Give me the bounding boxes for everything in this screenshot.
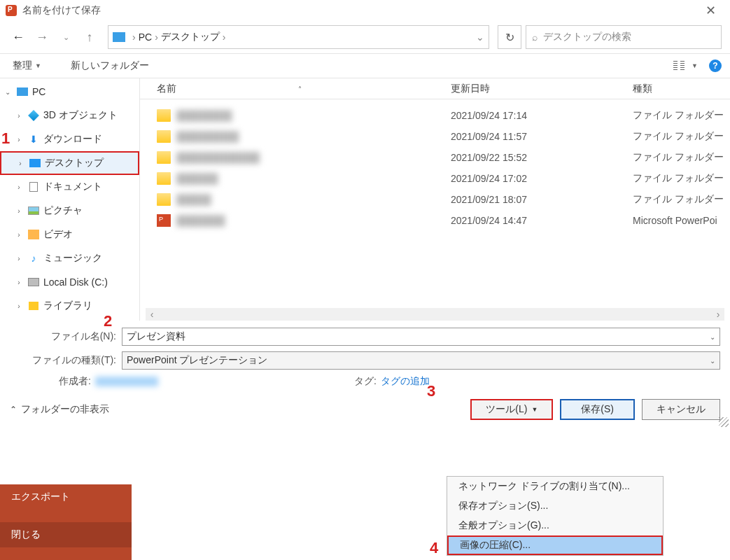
expand-icon[interactable]: › (14, 231, 24, 239)
add-tags-link[interactable]: タグの追加 (381, 375, 430, 388)
tree-item-libraries[interactable]: › ライブラリ (0, 294, 139, 318)
video-icon (28, 230, 39, 239)
cancel-button[interactable]: キャンセル (642, 399, 720, 420)
up-button[interactable]: ↑ (80, 27, 99, 47)
caret-up-icon: ⌃ (10, 405, 17, 414)
column-date[interactable]: 更新日時 (451, 83, 633, 95)
expand-icon[interactable]: › (14, 207, 24, 215)
folder-icon (157, 193, 171, 206)
recent-button[interactable]: ⌄ (56, 27, 76, 47)
tree-item-localdisk[interactable]: › Local Disk (C:) (0, 270, 139, 294)
backstage-panel: エクスポート 閉じる (0, 484, 132, 560)
tree-item-music[interactable]: › ♪ ミュージック (0, 246, 139, 270)
menu-map-network-drive[interactable]: ネットワーク ドライブの割り当て(N)... (447, 477, 663, 496)
hide-folders-button[interactable]: ⌃ フォルダーの非表示 (10, 403, 463, 416)
expand-icon[interactable]: › (14, 279, 24, 286)
chevron-right-icon: › (223, 31, 226, 43)
search-icon: ⌕ (532, 31, 538, 43)
expand-icon[interactable]: › (14, 112, 24, 120)
annotation-3: 3 (427, 382, 435, 400)
author-value (95, 377, 158, 386)
tree-item-pc[interactable]: ⌄ PC (0, 80, 139, 104)
pc-icon (17, 88, 28, 96)
download-icon: ⬇ (29, 134, 38, 145)
collapse-icon[interactable]: ⌄ (3, 88, 13, 96)
help-button[interactable]: ? (709, 59, 722, 72)
tree-item-pictures[interactable]: › ピクチャ (0, 199, 139, 223)
breadcrumb-pc[interactable]: PC (139, 31, 152, 43)
backstage-export[interactable]: エクスポート (0, 484, 132, 510)
menu-compress-pictures[interactable]: 画像の圧縮(C)... (447, 536, 663, 555)
tree-item-3d[interactable]: › 3D オブジェクト (0, 104, 139, 127)
powerpoint-file-icon (157, 214, 171, 227)
file-name: ██████ (176, 173, 451, 184)
chevron-down-icon: ▼ (692, 62, 698, 69)
file-row[interactable]: ████████ 2021/09/24 17:14 ファイル フォルダー (140, 105, 730, 126)
powerpoint-icon (6, 5, 17, 16)
horizontal-scrollbar[interactable]: ‹ › (146, 308, 724, 321)
tree-item-videos[interactable]: › ビデオ (0, 223, 139, 246)
chevron-down-icon[interactable]: ⌄ (710, 333, 715, 341)
backstage-close[interactable]: 閉じる (0, 522, 132, 547)
file-row[interactable]: ███████ 2021/09/24 14:47 Microsoft Power… (140, 210, 730, 231)
address-bar[interactable]: › PC › デスクトップ › ⌄ (108, 25, 489, 49)
view-icon (673, 59, 689, 72)
tree-item-desktop[interactable]: › デスクトップ (0, 151, 139, 175)
cube-icon (28, 110, 39, 121)
file-name: ████████████ (176, 152, 451, 163)
filetype-label: ファイルの種類(T): (10, 354, 122, 367)
expand-icon[interactable]: › (14, 136, 24, 144)
menu-save-options[interactable]: 保存オプション(S)... (447, 496, 663, 516)
chevron-right-icon: › (132, 31, 136, 43)
tags-label: タグ: (354, 375, 377, 388)
folder-icon (157, 109, 171, 122)
expand-icon[interactable]: › (14, 255, 24, 262)
column-type[interactable]: 種類 (633, 83, 730, 95)
expand-icon[interactable]: › (14, 183, 24, 191)
file-row[interactable]: ██████ 2021/09/24 17:02 ファイル フォルダー (140, 168, 730, 189)
tools-dropdown: ネットワーク ドライブの割り当て(N)... 保存オプション(S)... 全般オ… (447, 476, 664, 556)
search-placeholder: デスクトップの検索 (543, 31, 631, 43)
file-row[interactable]: █████ 2021/09/21 18:07 ファイル フォルダー (140, 189, 730, 210)
annotation-1: 1 (1, 130, 10, 148)
tools-button[interactable]: ツール(L) ▼ (470, 399, 553, 420)
expand-icon[interactable]: › (14, 302, 24, 310)
chevron-down-icon[interactable]: ⌄ (476, 31, 484, 43)
folder-icon (157, 172, 171, 185)
desktop-icon (29, 159, 41, 167)
pictures-icon (28, 206, 39, 215)
forward-button[interactable]: → (32, 27, 52, 47)
pc-icon (113, 32, 125, 42)
file-row[interactable]: █████████ 2021/09/24 11:57 ファイル フォルダー (140, 126, 730, 147)
organize-button[interactable]: 整理 ▼ (8, 58, 45, 74)
library-icon (29, 302, 38, 310)
file-name: ███████ (176, 215, 451, 226)
filename-input[interactable]: プレゼン資料 ⌄ (122, 328, 720, 346)
close-button[interactable]: ✕ (696, 3, 724, 18)
back-button[interactable]: ← (8, 27, 28, 47)
annotation-4: 4 (430, 539, 438, 557)
music-icon: ♪ (31, 253, 36, 264)
refresh-button[interactable]: ↻ (498, 25, 521, 49)
scroll-right-icon[interactable]: › (712, 309, 724, 320)
chevron-right-icon: › (155, 31, 158, 43)
file-name: ████████ (176, 110, 451, 121)
scroll-left-icon[interactable]: ‹ (146, 309, 158, 320)
view-button[interactable]: ▼ (669, 58, 702, 74)
search-input[interactable]: ⌕ デスクトップの検索 (526, 25, 722, 49)
file-row[interactable]: ████████████ 2021/09/22 15:52 ファイル フォルダー (140, 147, 730, 168)
chevron-down-icon: ▼ (35, 62, 41, 69)
save-button[interactable]: 保存(S) (560, 399, 635, 420)
chevron-down-icon[interactable]: ⌄ (710, 357, 715, 365)
breadcrumb-desktop[interactable]: デスクトップ (161, 31, 220, 43)
folder-tree: 1 ⌄ PC › 3D オブジェクト › ⬇ ダウンロード › デスクトップ ›… (0, 78, 140, 321)
expand-icon[interactable]: › (15, 160, 25, 167)
tree-item-downloads[interactable]: › ⬇ ダウンロード (0, 127, 139, 151)
new-folder-button[interactable]: 新しいフォルダー (66, 58, 153, 74)
menu-general-options[interactable]: 全般オプション(G)... (447, 516, 663, 536)
resize-grip[interactable] (719, 417, 729, 427)
column-name[interactable]: 名前 ˄ (157, 83, 451, 95)
tree-item-documents[interactable]: › ドキュメント (0, 175, 139, 199)
window-title: 名前を付けて保存 (22, 4, 696, 17)
filetype-select[interactable]: PowerPoint プレゼンテーション ⌄ (122, 351, 720, 370)
